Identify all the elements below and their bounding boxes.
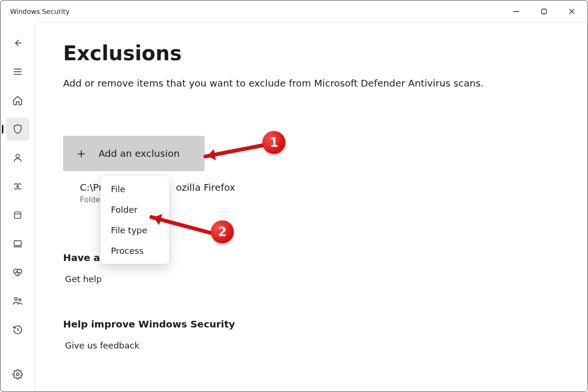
shield-icon: [12, 124, 23, 134]
sidebar-item-settings[interactable]: [6, 363, 29, 386]
nav-menu-button[interactable]: [6, 60, 29, 83]
close-icon: [568, 8, 575, 15]
home-icon: [12, 95, 23, 106]
minimize-icon: [513, 8, 520, 15]
titlebar: Windows Security: [0, 0, 588, 22]
heart-icon: [12, 267, 23, 278]
svg-point-7: [16, 154, 19, 158]
plus-icon: ＋: [75, 144, 88, 163]
improve-heading: Help improve Windows Security: [63, 318, 560, 330]
svg-point-13: [15, 298, 17, 301]
sidebar-item-firewall[interactable]: [6, 175, 29, 198]
sidebar: [0, 22, 35, 392]
svg-point-8: [17, 185, 19, 187]
sidebar-item-device[interactable]: [6, 232, 29, 255]
sidebar-item-history[interactable]: [6, 318, 29, 341]
window-icon: [13, 210, 22, 220]
window-title: Windows Security: [10, 8, 69, 15]
menu-item-file[interactable]: File: [100, 179, 169, 199]
page-description: Add or remove items that you want to exc…: [63, 77, 560, 89]
history-icon: [12, 325, 23, 335]
network-icon: [12, 181, 23, 192]
svg-point-14: [19, 299, 21, 301]
page-title: Exclusions: [63, 42, 560, 65]
sidebar-item-health[interactable]: [6, 261, 29, 284]
back-button[interactable]: [6, 32, 29, 54]
person-icon: [12, 152, 23, 163]
sidebar-item-home[interactable]: [6, 89, 29, 112]
maximize-button[interactable]: [530, 0, 558, 22]
close-button[interactable]: [558, 0, 586, 22]
svg-point-15: [16, 373, 19, 376]
family-icon: [12, 296, 23, 306]
hamburger-icon: [12, 66, 23, 77]
svg-rect-1: [542, 9, 546, 14]
add-exclusion-label: Add an exclusion: [98, 148, 180, 159]
laptop-icon: [12, 239, 23, 249]
annotation-callout-1: 1: [262, 131, 285, 154]
minimize-button[interactable]: [502, 0, 530, 22]
feedback-link[interactable]: Give us feedback: [63, 340, 140, 350]
sidebar-item-app[interactable]: [6, 204, 29, 227]
maximize-icon: [541, 8, 547, 15]
sidebar-item-virus[interactable]: [6, 118, 29, 141]
sidebar-item-family[interactable]: [6, 290, 29, 313]
get-help-link[interactable]: Get help: [63, 274, 102, 284]
add-exclusion-button[interactable]: ＋ Add an exclusion: [63, 136, 205, 171]
gear-icon: [12, 369, 23, 380]
annotation-callout-2: 2: [211, 220, 234, 243]
sidebar-item-account[interactable]: [6, 146, 29, 169]
back-arrow-icon: [12, 38, 23, 48]
menu-item-process[interactable]: Process: [100, 240, 169, 261]
svg-rect-9: [14, 212, 21, 218]
window-controls: [502, 0, 586, 22]
svg-rect-11: [14, 241, 22, 246]
